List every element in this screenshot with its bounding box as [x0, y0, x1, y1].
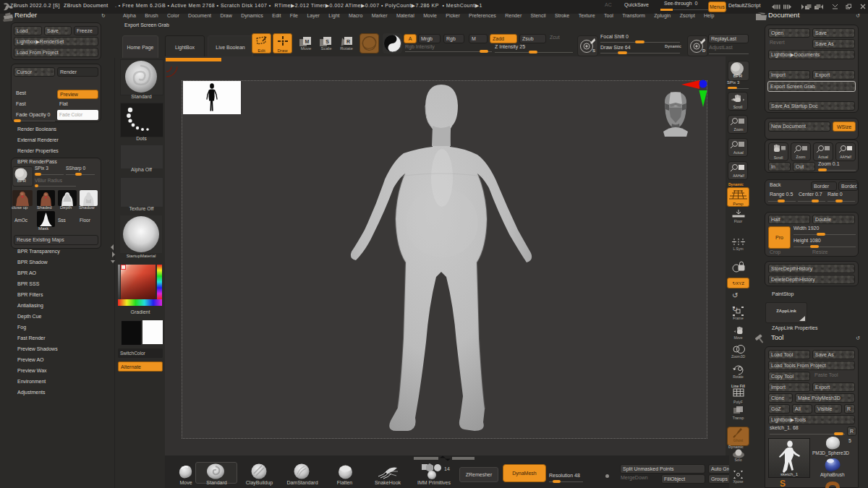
svg-text:D: D [702, 48, 706, 53]
svg-text:AAHalf: AAHalf [840, 155, 851, 159]
svg-text:Scroll: Scroll [733, 105, 743, 109]
svg-text:BPR: BPR [17, 179, 27, 183]
svg-text:M: M [305, 39, 310, 44]
svg-text:Zoom: Zoom [796, 155, 806, 159]
svg-text:R: R [346, 39, 350, 44]
svg-text:S: S [326, 39, 329, 44]
svg-text:Scroll: Scroll [774, 155, 783, 160]
svg-text:AAHalf: AAHalf [733, 174, 744, 178]
svg-text:BPR: BPR [733, 74, 743, 78]
svg-text:Actual: Actual [818, 155, 828, 159]
svg-text:S: S [592, 48, 595, 53]
svg-text:Actual: Actual [733, 150, 744, 155]
svg-text:Zoom: Zoom [734, 127, 744, 132]
